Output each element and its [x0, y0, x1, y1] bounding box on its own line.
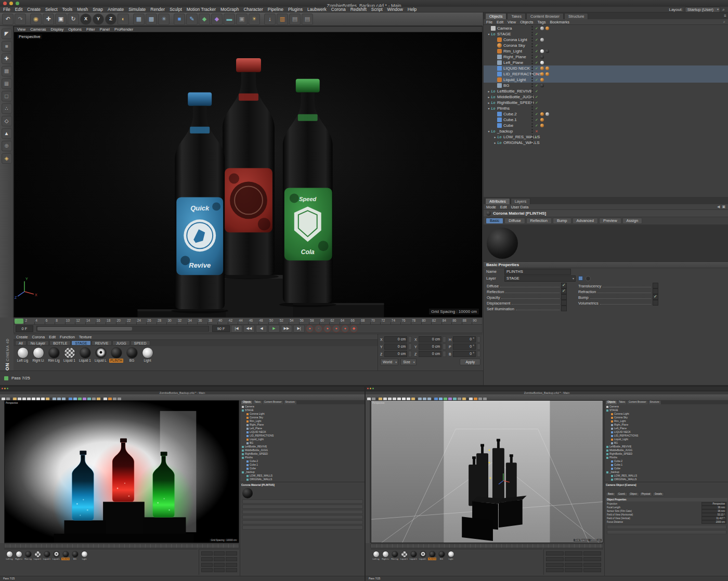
timeline-tick[interactable]: 30 — [166, 318, 177, 324]
spinner[interactable] — [408, 336, 412, 342]
coord-space-dropdown[interactable]: World — [380, 359, 398, 365]
objects-menu-item[interactable]: View — [508, 20, 516, 24]
panel-tab[interactable]: Objects — [606, 401, 617, 404]
spinner[interactable] — [477, 351, 480, 357]
y-lock-icon[interactable]: Y — [93, 14, 104, 25]
tag-chip[interactable] — [540, 118, 544, 122]
enable-state-icon[interactable] — [535, 44, 539, 48]
camera-tab[interactable]: Basic — [606, 492, 616, 496]
timeline-tick[interactable]: 72 — [380, 318, 391, 324]
object-name[interactable]: Corona Light — [503, 37, 527, 42]
tree-row[interactable]: _backup — [484, 128, 728, 134]
timeline-tick[interactable]: 22 — [126, 318, 136, 324]
object-axis-icon[interactable]: ✚ — [2, 54, 12, 64]
goto-start-button[interactable]: |◀ — [231, 325, 242, 333]
timeline-tick[interactable]: 50 — [268, 318, 279, 324]
tree-row[interactable]: Cube — [605, 467, 728, 470]
tree-row[interactable]: Right_Plane — [484, 54, 728, 60]
object-name[interactable]: BG — [503, 83, 510, 88]
tree-row[interactable]: LIQUID NECK — [484, 65, 728, 71]
tree-row[interactable]: LeftBottle_REVIVE — [605, 445, 728, 448]
cube-primitive-icon[interactable]: ■ — [174, 14, 185, 25]
timeline-tick[interactable]: 58 — [309, 318, 319, 324]
attributes-menu-item[interactable]: User Data — [511, 205, 529, 209]
rotation-field[interactable]: 0 ° — [453, 344, 476, 350]
tag-chip[interactable] — [545, 112, 549, 116]
enable-state-icon[interactable] — [535, 84, 539, 88]
tree-row[interactable]: Cube.1 — [605, 463, 728, 467]
menu-item[interactable]: Window — [387, 7, 403, 12]
layer-tab[interactable]: SPEED — [131, 340, 150, 346]
object-name[interactable]: Liquid_Light — [503, 77, 526, 82]
timeline-tick[interactable]: 42 — [228, 318, 238, 324]
minimize-window-button[interactable] — [370, 388, 371, 389]
tree-row[interactable]: LID_REFRACTIONS — [605, 434, 728, 438]
tree-row[interactable]: BG — [605, 441, 728, 445]
material-thumb[interactable]: Left Lig — [16, 347, 30, 363]
material-tab[interactable]: Bump — [553, 218, 571, 224]
mini-titlebar[interactable]: ZombieBottles_Backup.c4d * - Main — [0, 387, 365, 391]
material-thumb[interactable]: Liquid 1 — [33, 551, 42, 560]
layer-tab[interactable]: All — [15, 340, 27, 346]
z-lock-icon[interactable]: Z — [105, 14, 116, 25]
menu-item[interactable]: Laubwerk — [307, 7, 327, 12]
field[interactable] — [242, 525, 363, 530]
zoom-window-button[interactable] — [372, 388, 374, 389]
timeline-tick[interactable]: 24 — [136, 318, 147, 324]
tree-row[interactable]: Camera — [605, 405, 728, 408]
mini-timeline[interactable] — [371, 544, 603, 548]
property-value[interactable]: 36 mm — [701, 509, 726, 513]
timeline-scrollbar-thumb[interactable] — [37, 327, 132, 331]
material-menu-item[interactable]: Texture — [79, 335, 92, 339]
separator[interactable] — [261, 14, 263, 24]
material-menu-item[interactable]: Function — [60, 335, 75, 339]
timeline-tick[interactable]: 26 — [146, 318, 157, 324]
menu-item[interactable]: Character — [243, 7, 263, 12]
tree-row[interactable]: Cube.2 — [484, 111, 728, 117]
mini-titlebar[interactable]: ZombieBottles_Backup.c4d * - Main — [366, 387, 728, 391]
timeline-tick[interactable]: 64 — [340, 318, 350, 324]
tree-row[interactable]: Camera — [484, 25, 728, 31]
edges-mode-icon[interactable]: ◇ — [2, 116, 12, 126]
material-tab[interactable]: Diffuse — [504, 218, 525, 224]
panel-tab[interactable]: Content Browser — [526, 13, 564, 19]
timeline-tick[interactable]: 16 — [96, 318, 106, 324]
timeline-tick[interactable]: 18 — [106, 318, 116, 324]
timeline-tick[interactable]: 20 — [116, 318, 126, 324]
viewport-perspective[interactable]: ViewCamerasDisplayOptionsFilterPanelProR… — [14, 26, 483, 318]
material-thumb[interactable]: Light — [80, 551, 88, 560]
viewport-menu-item[interactable]: Filter — [86, 27, 95, 32]
start-frame-field[interactable]: 0 F — [16, 325, 33, 332]
material-thumb[interactable]: Right Li — [31, 347, 45, 363]
name-field[interactable]: PLINTHS — [504, 269, 571, 275]
expand-icon[interactable] — [487, 129, 491, 133]
key-position-button[interactable]: ● — [323, 325, 331, 333]
expand-icon[interactable] — [487, 89, 491, 93]
timeline-tick[interactable]: 54 — [289, 318, 299, 324]
panel-tab[interactable]: Content Browser — [627, 401, 648, 404]
tree-row[interactable]: Rim_Light — [240, 419, 365, 423]
objects-menu-item[interactable]: Bookmarks — [550, 20, 569, 24]
menu-item[interactable]: File — [3, 7, 10, 12]
mograph-icon[interactable]: ◆ — [199, 14, 210, 25]
material-thumb[interactable]: PLINTH — [109, 347, 123, 363]
menu-item[interactable]: Pipeline — [268, 7, 283, 12]
back-icon[interactable]: ◀ — [717, 205, 720, 209]
render-settings-icon[interactable]: ✳ — [158, 14, 170, 25]
material-thumb[interactable]: Liquid 1 — [409, 551, 418, 560]
spline-pen-icon[interactable]: ✎ — [186, 14, 198, 25]
timeline-tick[interactable]: 36 — [197, 318, 207, 324]
expand-icon[interactable] — [493, 141, 497, 144]
panel-tab[interactable]: Layers — [511, 198, 531, 204]
property-value[interactable]: 36 mm — [701, 506, 726, 509]
object-name[interactable]: STAGE — [497, 32, 511, 36]
timeline-tick[interactable]: 28 — [157, 318, 167, 324]
tree-row[interactable]: Cube — [484, 123, 728, 128]
channel-checkbox[interactable] — [561, 294, 567, 300]
menu-item[interactable]: MoGraph — [220, 7, 239, 12]
tree-row[interactable]: Rim_Light — [605, 419, 728, 423]
enable-state-icon[interactable] — [535, 27, 539, 31]
tag-chip[interactable] — [540, 78, 544, 82]
layer-tab[interactable]: STAGE — [71, 340, 90, 346]
layer-tab[interactable]: JUGG — [112, 340, 129, 346]
